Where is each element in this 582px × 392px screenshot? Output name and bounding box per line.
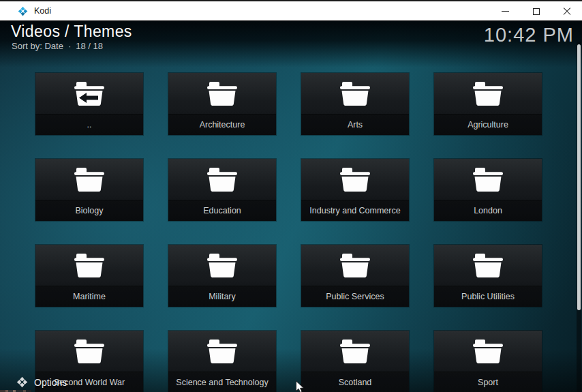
window-title: Kodi (34, 6, 51, 16)
folder-tile[interactable]: Education (168, 159, 276, 221)
folder-tile-label: Public Utilities (434, 286, 542, 307)
folder-tile-label: Military (168, 286, 276, 307)
folder-icon (340, 82, 370, 107)
options-button[interactable]: Options (16, 376, 67, 388)
folder-tile[interactable]: Public Services (301, 245, 409, 307)
folder-tile[interactable]: Public Utilities (434, 245, 542, 307)
folder-tile[interactable]: Military (168, 245, 276, 307)
folder-tile-label: Education (168, 200, 276, 221)
folder-tile-label: Agriculture (434, 114, 542, 135)
folder-icon (74, 168, 104, 193)
folder-tile[interactable]: London (434, 159, 542, 221)
minimize-button[interactable] (490, 1, 521, 21)
folder-icon (340, 340, 370, 365)
folder-icon (207, 168, 237, 193)
folder-tile-label: Biology (35, 200, 143, 221)
scrollbar-thumb[interactable] (577, 44, 581, 310)
folder-tile[interactable]: Maritime (35, 245, 143, 307)
folder-icon (207, 82, 237, 107)
close-icon (563, 7, 571, 16)
options-label: Options (34, 377, 67, 388)
minimize-icon (502, 11, 509, 12)
window-titlebar: Kodi (0, 0, 582, 21)
page-title: Videos / Themes (11, 22, 132, 41)
folder-tile[interactable]: Arts (301, 73, 409, 135)
parent-folder-tile[interactable]: .. (35, 73, 143, 135)
folder-tile-label: Architecture (168, 114, 276, 135)
folder-tile-label: Arts (301, 114, 409, 135)
kodi-options-icon (16, 376, 28, 388)
folder-back-icon (74, 82, 104, 107)
folder-icon (473, 254, 503, 279)
close-button[interactable] (551, 1, 582, 21)
sort-status[interactable]: Sort by: Date·18 / 18 (12, 41, 103, 51)
maximize-icon (533, 8, 540, 15)
folder-tile[interactable]: Sport (434, 331, 542, 392)
folder-icon (473, 82, 503, 107)
folder-icon (340, 168, 370, 193)
folder-tile-label: .. (35, 114, 143, 135)
item-count: 18 / 18 (76, 41, 103, 51)
folder-icon (207, 340, 237, 365)
maximize-button[interactable] (521, 1, 551, 21)
folder-icon (473, 340, 503, 365)
tiles-grid: .. Architecture Arts Agric (35, 73, 542, 392)
clock: 10:42 PM (484, 24, 574, 46)
folder-tile[interactable]: Agriculture (434, 73, 542, 135)
kodi-logo-icon (18, 6, 28, 16)
folder-tile-label: Public Services (301, 286, 409, 307)
folder-tile-label: London (434, 200, 542, 221)
folder-tile[interactable]: Scotland (301, 331, 409, 392)
folder-tile-label: Science and Technology (168, 372, 276, 392)
folder-icon (340, 254, 370, 279)
kodi-content: Videos / Themes Sort by: Date·18 / 18 10… (0, 21, 582, 392)
kodi-window: Kodi Videos / Themes Sort by: Date·18 / … (0, 0, 582, 392)
folder-tile-label: Maritime (35, 286, 143, 307)
folder-tile-label: Scotland (301, 372, 409, 392)
folder-icon (74, 340, 104, 365)
folder-icon (74, 254, 104, 279)
folder-tile-label: Industry and Commerce (301, 200, 409, 221)
folder-tile[interactable]: Science and Technology (168, 331, 276, 392)
folder-tile[interactable]: Biology (35, 159, 143, 221)
folder-icon (207, 254, 237, 279)
separator-dot: · (68, 41, 71, 51)
folder-tile[interactable]: Industry and Commerce (301, 159, 409, 221)
folder-icon (473, 168, 503, 193)
folder-tile-label: Sport (434, 372, 542, 392)
sort-by-label[interactable]: Sort by: Date (12, 41, 63, 51)
folder-tile[interactable]: Architecture (168, 73, 276, 135)
